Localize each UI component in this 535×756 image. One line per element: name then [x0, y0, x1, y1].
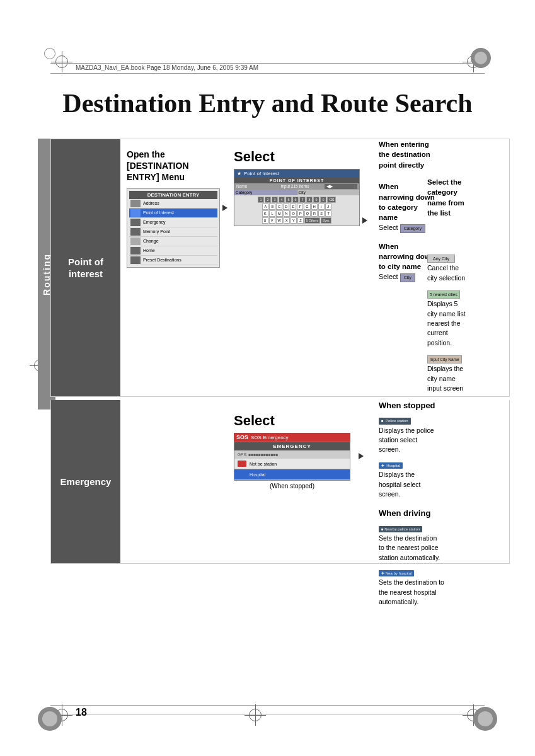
arrow-menu-select [222, 202, 227, 214]
open-menu-title: Open the [DESTINATION ENTRY] Menu [127, 149, 227, 183]
header-line-top [50, 63, 485, 64]
dest-entry-screen-header: DESTINATION ENTRY [129, 191, 217, 199]
dest-row-memory: Memory Point [129, 227, 217, 237]
open-menu-box: Open the [DESTINATION ENTRY] Menu DESTIN… [127, 149, 227, 268]
callout-any-city: Any City Cancel thecity selection [427, 253, 509, 284]
callout-entering: When enteringthe destinationpoint direct… [379, 139, 486, 170]
reg-mark-tl [55, 55, 68, 68]
deco-circle-tr [471, 48, 491, 68]
emg-police-icon [238, 461, 246, 467]
any-city-btn: Any City [427, 255, 455, 263]
callout-nearest-cities: 5 nearest cities Displays 5city name lis… [427, 289, 509, 348]
arrow-emg-callout [359, 450, 364, 462]
deco-circle-br [473, 707, 497, 731]
nearest-cities-btn: 5 nearest cities [427, 290, 460, 299]
select-col-emg: Select SOS SOS Emergency EMERGENCY GPS: … [234, 413, 350, 490]
poi-screen: ★ Point of Interest POINT OF INTEREST Na… [234, 169, 360, 226]
city-btn: City [400, 273, 415, 282]
reg-mark-bc [249, 709, 262, 721]
right-col-poi: Select thecategoryname fromthe list Any … [427, 177, 509, 398]
poi-keyboard-row2: A B C D E F G H I J [236, 203, 358, 210]
deco-small-tl [44, 48, 55, 59]
deco-circle-bl [38, 707, 62, 731]
address-icon [130, 200, 141, 207]
emergency-label-col: Emergency [51, 400, 120, 563]
dest-row-home: Home [129, 246, 217, 256]
callout-nearby-police: ■ Nearby police station Sets the destina… [379, 524, 517, 563]
poi-label: Point of interest [68, 256, 103, 280]
emg-hospital-icon [238, 471, 246, 478]
dest-entry-screen: DESTINATION ENTRY Address Point of Inter… [127, 188, 220, 268]
emergency-label: Emergency [60, 476, 112, 488]
callout-hospital: ✚ Hospital Displays thehospital selectsc… [379, 460, 517, 500]
poi-icon [130, 209, 141, 217]
emg-caption: (When stopped) [234, 483, 350, 490]
dest-row-change: Change [129, 237, 217, 246]
poi-title-bar: POINT OF INTEREST [234, 178, 359, 183]
emg-row-hospital: Hospital [234, 469, 350, 480]
dest-row-preset: Preset Destinations [129, 256, 217, 265]
change-icon [130, 238, 141, 245]
poi-keyboard-row3: K L M N O P Q R S T [236, 210, 358, 217]
emg-row-police: Not be station [234, 459, 350, 469]
emg-screen: EMERGENCY GPS: ■■■■■■■■■■■■ Not be stati… [234, 442, 350, 481]
select-col: Select ★ Point of Interest POINT OF INTE… [234, 149, 360, 226]
hospital-btn: ✚ Hospital [379, 462, 403, 469]
dest-row-emergency: Emergency [129, 218, 217, 227]
poi-category-row: Category City [234, 190, 359, 195]
callout-input-city: Input City Name Displays thecity nameinp… [427, 354, 509, 393]
callout-when-driving: When driving [379, 508, 517, 519]
preset-icon [130, 256, 141, 264]
header-text: MAZDA3_Navi_EA.book Page 18 Monday, June… [76, 64, 258, 71]
poi-row-header: Name Input 215 Items ◀▶ [234, 183, 359, 190]
poi-label-col: Point of interest [51, 139, 120, 396]
nearby-police-btn: ■ Nearby police station [379, 526, 422, 532]
police-station-btn: ■ Police station [379, 418, 411, 424]
poi-screen-header: ★ Point of Interest [234, 169, 359, 178]
dest-row-poi: Point of Interest [129, 209, 217, 218]
callout-nearby-hospital: ✚ Nearby hospital Sets the destination t… [379, 568, 517, 607]
callout-when-stopped: When stopped [379, 400, 517, 411]
header-line-bottom [50, 73, 485, 74]
page-title: Destination Entry and Route Search [0, 88, 535, 118]
input-city-btn: Input City Name [427, 355, 462, 364]
poi-keyboard-row1: 1 2 3 4 5 6 7 8 9 0 ⌫ [236, 197, 358, 203]
callout-police: ■ Police station Displays the policestat… [379, 415, 517, 455]
poi-keyboard-row4: U V W X Y Z 5 Others Sym. [236, 217, 358, 224]
emg-gps-row: GPS: ■■■■■■■■■■■■ [234, 450, 350, 459]
emg-icon [130, 219, 141, 226]
bottom-line-bottom [50, 714, 485, 714]
section-emergency: Emergency Select SOS SOS Emergency EMERG… [50, 400, 510, 564]
emg-select-label: Select [234, 413, 350, 429]
when-col-emg: When stopped ■ Police station Displays t… [379, 400, 517, 612]
main-content: Routing Point of interest Open the [DEST… [50, 139, 510, 693]
emg-title: EMERGENCY [234, 442, 350, 450]
page-number: 18 [76, 707, 87, 718]
poi-keyboard: 1 2 3 4 5 6 7 8 9 0 ⌫ A B [234, 195, 359, 226]
section-poi: Point of interest Open the [DESTINATION … [50, 139, 510, 397]
nearby-hospital-btn: ✚ Nearby hospital [379, 570, 414, 576]
bottom-line-top [50, 705, 485, 706]
category-btn: Category [400, 224, 425, 233]
callout-select-category: Select thecategoryname fromthe list [427, 177, 509, 219]
select-label: Select [234, 149, 360, 165]
sos-screen-header: SOS SOS Emergency [234, 433, 350, 442]
dest-row-address: Address [129, 199, 217, 209]
arrow-poi-callout [362, 215, 367, 226]
memory-icon [130, 228, 141, 236]
home-icon [130, 247, 141, 255]
